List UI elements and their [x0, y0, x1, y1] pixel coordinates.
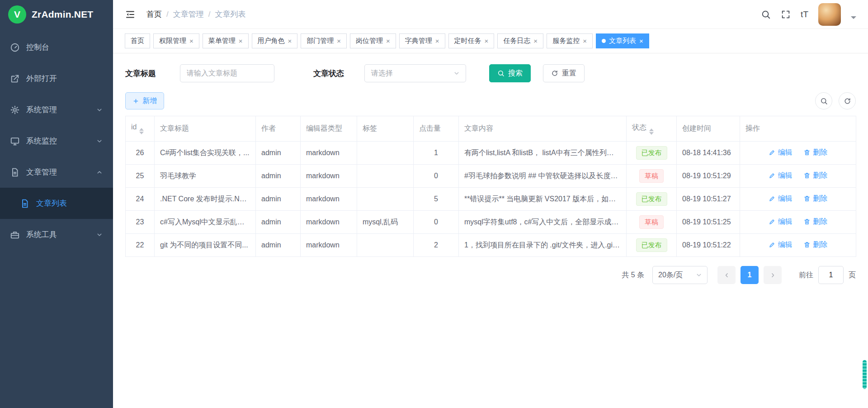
delete-link[interactable]: 删除: [803, 217, 827, 227]
tab-post[interactable]: 岗位管理 ×: [350, 33, 396, 48]
next-page-button[interactable]: [764, 266, 782, 284]
tab-dictionary[interactable]: 字典管理 ×: [399, 33, 445, 48]
search-button-label: 搜索: [508, 69, 523, 78]
refresh-table-button[interactable]: [839, 92, 856, 109]
table-row: 22 git 为不同的项目设置不同... admin markdown 2 1，…: [126, 234, 856, 257]
reset-button-label: 重置: [562, 69, 576, 78]
caret-down-icon[interactable]: [851, 16, 856, 22]
edit-icon: [769, 241, 776, 248]
search-button[interactable]: 搜索: [489, 64, 531, 82]
tab-close-icon[interactable]: ×: [239, 38, 243, 44]
sidebar-item-article-list[interactable]: 文章列表: [0, 188, 113, 219]
page-size-select[interactable]: 20条/页: [652, 266, 708, 284]
tab-close-icon[interactable]: ×: [533, 38, 538, 44]
tab-close-icon[interactable]: ×: [639, 38, 643, 44]
sort-icons[interactable]: [139, 128, 144, 134]
sidebar-item-system-management[interactable]: 系统管理: [0, 94, 113, 125]
article-status-select[interactable]: 请选择: [364, 64, 466, 82]
tab-article-list[interactable]: 文章列表 ×: [596, 33, 649, 48]
tab-close-icon[interactable]: ×: [386, 38, 390, 44]
tab-user-role[interactable]: 用户角色 ×: [252, 33, 298, 48]
breadcrumb-separator: /: [208, 10, 211, 19]
add-button[interactable]: 新增: [125, 92, 164, 109]
cell-editor: markdown: [301, 234, 357, 257]
goto-page-input[interactable]: [818, 266, 844, 284]
tab-service-monitor[interactable]: 服务监控 ×: [547, 33, 593, 48]
column-header-status[interactable]: 状态: [627, 116, 677, 142]
sidebar-item-external-open[interactable]: 外部打开: [0, 63, 113, 94]
sort-icons[interactable]: [649, 128, 654, 135]
table-toolbar: 新增: [125, 92, 856, 109]
article-title-label: 文章标题: [125, 68, 156, 79]
tab-close-icon[interactable]: ×: [288, 38, 292, 44]
cell-created: 08-19 10:51:27: [677, 188, 740, 211]
sidebar-item-label: 控制台: [26, 42, 49, 52]
sidebar-item-label: 系统监控: [26, 136, 57, 146]
pagination-goto: 前往 页: [799, 266, 856, 284]
font-size-icon[interactable]: tT: [801, 9, 808, 19]
tab-department[interactable]: 部门管理 ×: [301, 33, 347, 48]
search-icon[interactable]: [761, 9, 771, 19]
delete-link[interactable]: 删除: [803, 148, 827, 157]
goto-suffix: 页: [849, 270, 856, 280]
tab-close-icon[interactable]: ×: [583, 38, 587, 44]
tab-label: 文章列表: [609, 37, 636, 45]
app-title: ZrAdmin.NET: [32, 9, 93, 20]
user-avatar[interactable]: [818, 3, 841, 26]
sidebar-item-label: 文章列表: [36, 198, 67, 209]
edit-link[interactable]: 编辑: [769, 194, 793, 204]
cell-author: admin: [256, 165, 301, 188]
edit-link[interactable]: 编辑: [769, 171, 793, 180]
table-row: 25 羽毛球教学 admin markdown 0 #羽毛球拍参数说明 ## 中…: [126, 165, 856, 188]
delete-link[interactable]: 删除: [803, 240, 827, 250]
breadcrumb-home[interactable]: 首页: [146, 9, 162, 19]
breadcrumb-section[interactable]: 文章管理: [173, 9, 204, 19]
tab-scheduled-task[interactable]: 定时任务 ×: [448, 33, 495, 48]
sidebar-collapse-icon[interactable]: [125, 9, 136, 20]
tab-permission[interactable]: 权限管理 ×: [153, 33, 199, 48]
edit-link[interactable]: 编辑: [769, 240, 793, 250]
edit-icon: [769, 172, 776, 179]
tab-close-icon[interactable]: ×: [337, 38, 341, 44]
reset-button[interactable]: 重置: [543, 64, 585, 82]
delete-link[interactable]: 删除: [803, 194, 827, 204]
sidebar-item-system-monitoring[interactable]: 系统监控: [0, 125, 113, 157]
cell-tags: [357, 234, 414, 257]
column-header-title: 文章标题: [155, 116, 256, 142]
edit-icon: [769, 195, 776, 202]
cell-created: 08-19 10:51:22: [677, 234, 740, 257]
tab-close-icon[interactable]: ×: [189, 38, 193, 44]
show-search-toggle-button[interactable]: [815, 92, 832, 109]
search-icon: [820, 97, 828, 105]
sidebar-item-dashboard[interactable]: 控制台: [0, 32, 113, 63]
delete-link[interactable]: 删除: [803, 171, 827, 180]
tab-label: 岗位管理: [356, 37, 383, 45]
tab-menu[interactable]: 菜单管理 ×: [203, 33, 249, 48]
sidebar-item-system-tools[interactable]: 系统工具: [0, 219, 113, 250]
edit-link[interactable]: 编辑: [769, 148, 793, 157]
active-tab-dot: [602, 39, 606, 43]
dashboard-icon: [10, 43, 20, 52]
status-badge: 已发布: [636, 192, 667, 206]
cell-title: C#两个list集合实现关联，...: [155, 142, 256, 165]
page-number-current[interactable]: 1: [741, 266, 759, 284]
prev-page-button[interactable]: [717, 266, 736, 284]
edit-link[interactable]: 编辑: [769, 217, 793, 227]
fullscreen-icon[interactable]: [781, 9, 791, 19]
select-placeholder: 请选择: [371, 69, 393, 78]
table-row: 26 C#两个list集合实现关联，... admin markdown 1 有…: [126, 142, 856, 165]
sidebar-item-article-management[interactable]: 文章管理: [0, 157, 113, 188]
chevron-down-icon: [96, 106, 103, 114]
trash-icon: [803, 149, 811, 156]
article-title-input[interactable]: [180, 64, 274, 82]
tab-home[interactable]: 首页: [125, 33, 150, 48]
tab-close-icon[interactable]: ×: [485, 38, 489, 44]
cell-tags: [357, 188, 414, 211]
tab-task-log[interactable]: 任务日志 ×: [497, 33, 543, 48]
column-header-hits: 点击量: [414, 116, 459, 142]
column-header-id[interactable]: id: [126, 116, 155, 142]
tag-view-bar: 首页 权限管理 × 菜单管理 × 用户角色 × 部门管理 × 岗位管理 ×: [113, 29, 868, 53]
scrollbar-thumb[interactable]: [863, 360, 867, 389]
tab-close-icon[interactable]: ×: [435, 38, 439, 44]
column-header-editor: 编辑器类型: [301, 116, 357, 142]
